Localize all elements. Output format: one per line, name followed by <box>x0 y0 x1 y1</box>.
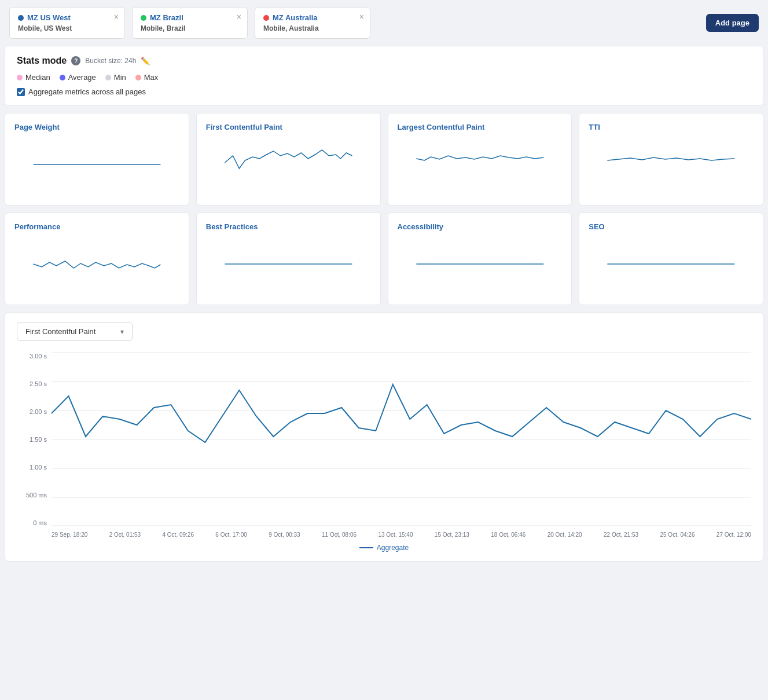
metric-card-page-weight[interactable]: Page Weight <box>5 113 189 206</box>
y-label-100ms: 1.00 s <box>17 464 52 471</box>
metric-card-best-practices[interactable]: Best Practices <box>196 212 381 305</box>
sparkline-tti <box>589 138 754 179</box>
metric-card-tti[interactable]: TTI <box>579 113 763 206</box>
x-label-1: 2 Oct, 01:53 <box>109 532 141 538</box>
aggregate-checkbox[interactable] <box>17 88 25 96</box>
aggregate-row: Aggregate metrics across all pages <box>17 87 751 96</box>
metric-card-lcp[interactable]: Largest Contentful Paint <box>388 113 572 206</box>
sparkline-accessibility <box>398 238 563 278</box>
legend-max: Max <box>135 73 159 82</box>
tab-title-mz-us-west: MZ US West <box>18 13 116 22</box>
metric-card-performance[interactable]: Performance <box>5 212 189 305</box>
y-label-150ms: 1.50 s <box>17 436 52 443</box>
sparkline-performance <box>14 238 179 278</box>
tab-subtitle-mz-us-west: Mobile, US West <box>18 24 116 32</box>
tab-label-mz-australia: MZ Australia <box>273 13 318 22</box>
x-label-10: 22 Oct, 21:53 <box>604 532 638 538</box>
chart-legend-label: Aggregate <box>377 544 409 552</box>
metric-title-accessibility: Accessibility <box>398 222 563 231</box>
stats-legend: Median Average Min Max <box>17 73 751 82</box>
help-icon[interactable]: ? <box>71 56 80 65</box>
stats-panel: Stats mode ? Bucket size: 24h ✏️ Median … <box>5 46 763 106</box>
metric-title-page-weight: Page Weight <box>14 123 179 131</box>
legend-dot-median <box>17 75 23 80</box>
metric-title-seo: SEO <box>589 222 754 231</box>
metric-title-performance: Performance <box>14 222 179 231</box>
page-tab-mz-us-west: MZ US West Mobile, US West × <box>9 7 125 39</box>
y-label-500ms: 500 ms <box>17 492 52 499</box>
metric-card-seo[interactable]: SEO <box>579 212 763 305</box>
y-label-200ms: 2.00 s <box>17 408 52 415</box>
chart-container: 3.00 s 2.50 s 2.00 s 1.50 s 1.00 s 500 m… <box>17 353 751 528</box>
y-label-250ms: 2.50 s <box>17 380 52 387</box>
chart-legend-bottom: Aggregate <box>17 544 751 552</box>
x-label-3: 6 Oct, 17:00 <box>215 532 247 538</box>
close-mz-australia[interactable]: × <box>359 12 364 21</box>
main-chart: 3.00 s 2.50 s 2.00 s 1.50 s 1.00 s 500 m… <box>17 353 751 552</box>
x-label-2: 4 Oct, 09:26 <box>162 532 193 538</box>
metric-title-tti: TTI <box>589 123 754 131</box>
legend-average: Average <box>60 73 96 82</box>
legend-dot-max <box>135 75 141 80</box>
chart-plot-area <box>52 353 751 528</box>
x-label-11: 25 Oct, 04:26 <box>660 532 694 538</box>
chart-section: First Contentful Paint ▾ 3.00 s 2.50 s 2… <box>5 312 763 562</box>
tab-subtitle-mz-australia: Mobile, Australia <box>263 24 362 32</box>
legend-min: Min <box>105 73 126 82</box>
x-label-6: 13 Oct, 15:40 <box>378 532 413 538</box>
sparkline-seo <box>589 238 754 278</box>
sparkline-lcp <box>398 138 563 179</box>
legend-median: Median <box>17 73 50 82</box>
x-label-9: 20 Oct, 14:20 <box>547 532 582 538</box>
x-label-12: 27 Oct, 12:00 <box>716 532 751 538</box>
metric-title-lcp: Largest Contentful Paint <box>398 123 563 131</box>
metrics-grid-row2: Performance Best Practices Accessibility… <box>5 212 763 305</box>
dot-mz-australia <box>263 15 269 21</box>
dot-mz-brazil <box>141 15 146 21</box>
add-page-button[interactable]: Add page <box>706 14 759 32</box>
metric-title-fcp: First Contentful Paint <box>206 123 371 131</box>
y-label-3s: 3.00 s <box>17 353 52 360</box>
legend-line-aggregate <box>359 547 373 548</box>
bucket-size: Bucket size: 24h <box>85 57 136 65</box>
x-label-5: 11 Oct, 08:06 <box>322 532 357 538</box>
sparkline-best-practices <box>206 238 371 278</box>
edit-icon[interactable]: ✏️ <box>141 57 150 65</box>
x-label-7: 15 Oct, 23:13 <box>435 532 469 538</box>
sparkline-fcp <box>206 138 371 179</box>
metrics-grid-row1: Page Weight First Contentful Paint Large… <box>5 113 763 206</box>
tab-label-mz-brazil: MZ Brazil <box>150 13 183 22</box>
x-label-0: 29 Sep, 18:20 <box>52 532 87 538</box>
x-axis: 29 Sep, 18:20 2 Oct, 01:53 4 Oct, 09:26 … <box>52 532 751 538</box>
chart-dropdown-label: First Contentful Paint <box>25 327 95 336</box>
metric-card-accessibility[interactable]: Accessibility <box>388 212 572 305</box>
stats-title: Stats mode ? Bucket size: 24h ✏️ <box>17 56 751 66</box>
dot-mz-us-west <box>18 15 24 21</box>
tab-label-mz-us-west: MZ US West <box>27 13 71 22</box>
legend-dot-min <box>105 75 111 80</box>
close-mz-brazil[interactable]: × <box>237 12 241 21</box>
close-mz-us-west[interactable]: × <box>114 12 119 21</box>
metric-title-best-practices: Best Practices <box>206 222 371 231</box>
tab-title-mz-brazil: MZ Brazil <box>141 13 239 22</box>
main-chart-svg <box>52 353 751 526</box>
page-tab-mz-brazil: MZ Brazil Mobile, Brazil × <box>132 7 248 39</box>
tab-title-mz-australia: MZ Australia <box>263 13 362 22</box>
page-tab-mz-australia: MZ Australia Mobile, Australia × <box>255 7 370 39</box>
chart-dropdown[interactable]: First Contentful Paint ▾ <box>17 322 133 341</box>
legend-dot-average <box>60 75 65 80</box>
y-axis: 3.00 s 2.50 s 2.00 s 1.50 s 1.00 s 500 m… <box>17 353 52 526</box>
y-label-0ms: 0 ms <box>17 519 52 526</box>
x-label-8: 18 Oct, 06:46 <box>491 532 526 538</box>
tab-subtitle-mz-brazil: Mobile, Brazil <box>141 24 239 32</box>
sparkline-page-weight <box>14 138 179 179</box>
chevron-down-icon: ▾ <box>120 328 124 336</box>
x-label-4: 9 Oct, 00:33 <box>269 532 300 538</box>
top-bar: MZ US West Mobile, US West × MZ Brazil M… <box>0 0 768 46</box>
metric-card-fcp[interactable]: First Contentful Paint <box>196 113 381 206</box>
chart-selector: First Contentful Paint ▾ <box>17 322 751 341</box>
